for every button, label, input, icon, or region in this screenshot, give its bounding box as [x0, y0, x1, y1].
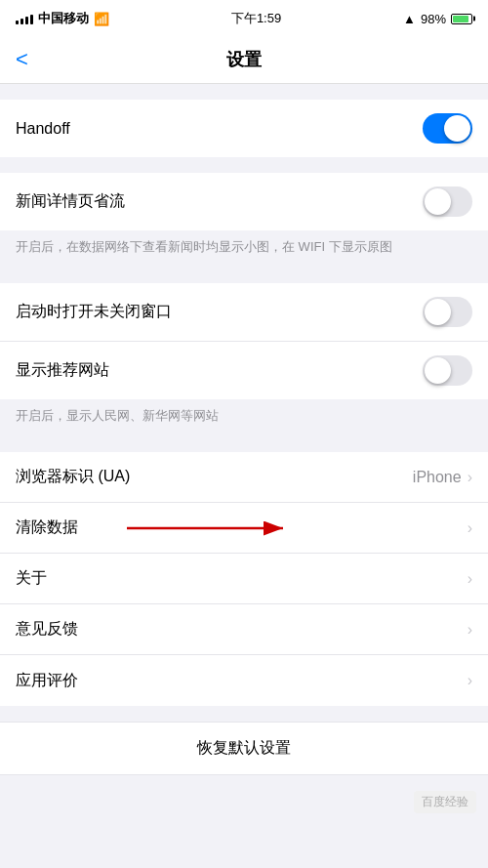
- reset-button[interactable]: 恢复默认设置: [0, 723, 488, 774]
- feedback-label: 意见反馈: [16, 619, 78, 640]
- list-item-about[interactable]: 关于 ›: [0, 554, 488, 604]
- feedback-right: ›: [468, 621, 472, 639]
- ua-right: iPhone ›: [413, 469, 472, 486]
- about-chevron-icon: ›: [468, 570, 472, 588]
- status-bar: 中国移动 📶 下午1:59 ▲ 98%: [0, 0, 488, 35]
- section-gap-3: [0, 268, 488, 283]
- news-note: 开启后，在数据网络下查看新闻时均显示小图，在 WIFI 下显示原图: [0, 230, 488, 268]
- section-gap-1: [0, 84, 488, 100]
- list-item-rating[interactable]: 应用评价 ›: [0, 655, 488, 706]
- about-label: 关于: [16, 568, 47, 589]
- section-startup: 启动时打开未关闭窗口 显示推荐网站: [0, 283, 488, 399]
- list-item-open-unclosed[interactable]: 启动时打开未关闭窗口: [0, 283, 488, 342]
- section-gap-4: [0, 436, 488, 452]
- reset-button-label: 恢复默认设置: [197, 738, 291, 759]
- watermark-text: 百度经验: [414, 791, 476, 813]
- list-item-clear-data[interactable]: 清除数据 ›: [0, 503, 488, 554]
- news-save-toggle[interactable]: [423, 186, 472, 217]
- status-right: ▲ 98%: [403, 12, 472, 26]
- watermark-area: 百度经验: [0, 791, 488, 829]
- recommend-note: 开启后，显示人民网、新华网等网站: [0, 399, 488, 436]
- ua-label: 浏览器标识 (UA): [16, 467, 130, 487]
- ua-value: iPhone: [413, 469, 462, 486]
- status-time: 下午1:59: [231, 10, 281, 27]
- rating-label: 应用评价: [16, 671, 78, 691]
- handoff-label: Handoff: [16, 120, 70, 138]
- rating-right: ›: [468, 672, 472, 689]
- section-gap-2: [0, 157, 488, 173]
- signal-icon: [16, 13, 33, 24]
- section-gap-5: [0, 706, 488, 722]
- show-recommend-label: 显示推荐网站: [16, 360, 109, 381]
- open-unclosed-toggle[interactable]: [423, 297, 472, 327]
- show-recommend-toggle-knob: [425, 357, 451, 384]
- open-unclosed-toggle-knob: [425, 299, 451, 325]
- about-right: ›: [468, 570, 472, 588]
- news-save-toggle-knob: [425, 188, 451, 215]
- list-item-show-recommend[interactable]: 显示推荐网站: [0, 342, 488, 399]
- page-title: 设置: [226, 48, 262, 71]
- location-icon: ▲: [403, 12, 416, 26]
- back-button[interactable]: <: [16, 47, 28, 72]
- section-news: 新闻详情页省流: [0, 173, 488, 230]
- list-item-news-save[interactable]: 新闻详情页省流: [0, 173, 488, 230]
- section-browser: 浏览器标识 (UA) iPhone › 清除数据 ›: [0, 452, 488, 706]
- ua-chevron-icon: ›: [468, 469, 472, 486]
- battery-icon: [451, 14, 472, 24]
- list-item-ua[interactable]: 浏览器标识 (UA) iPhone ›: [0, 452, 488, 503]
- reset-section: 恢复默认设置: [0, 722, 488, 775]
- rating-chevron-icon: ›: [468, 672, 472, 689]
- settings-content: Handoff 新闻详情页省流 开启后，在数据网络下查看新闻时均显示小图，在 W…: [0, 84, 488, 868]
- status-carrier: 中国移动 📶: [16, 10, 109, 27]
- clear-data-right: ›: [468, 519, 472, 537]
- handoff-toggle-knob: [444, 115, 470, 142]
- list-item-feedback[interactable]: 意见反馈 ›: [0, 604, 488, 655]
- carrier-label: 中国移动: [38, 10, 89, 27]
- section-handoff: Handoff: [0, 100, 488, 157]
- show-recommend-toggle[interactable]: [423, 355, 472, 386]
- news-save-label: 新闻详情页省流: [16, 191, 125, 212]
- clear-data-label: 清除数据: [16, 517, 78, 538]
- battery-label: 98%: [421, 12, 446, 26]
- list-item-handoff[interactable]: Handoff: [0, 100, 488, 157]
- wifi-icon: 📶: [94, 12, 109, 26]
- section-gap-6: [0, 775, 488, 791]
- handoff-toggle[interactable]: [423, 113, 472, 144]
- red-arrow-annotation: [117, 509, 312, 548]
- navigation-bar: < 设置: [0, 35, 488, 84]
- feedback-chevron-icon: ›: [468, 621, 472, 639]
- clear-data-chevron-icon: ›: [468, 519, 472, 537]
- open-unclosed-label: 启动时打开未关闭窗口: [16, 302, 172, 322]
